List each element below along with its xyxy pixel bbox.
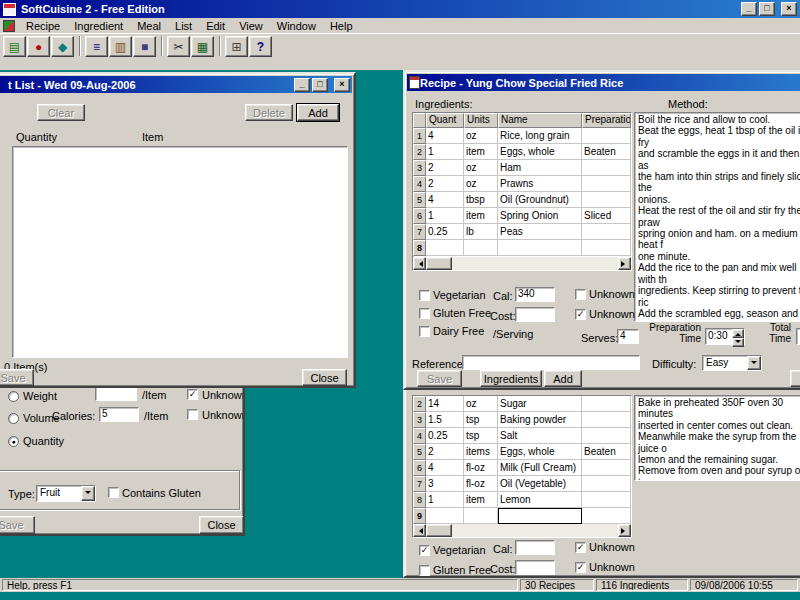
units-cell[interactable]: fl-oz — [464, 460, 498, 476]
prep-header[interactable]: Preparation — [582, 113, 631, 128]
row-number[interactable]: 5 — [413, 444, 426, 460]
units-cell[interactable]: fl-oz — [464, 476, 498, 492]
name-cell[interactable]: Oil (Groundnut) — [498, 192, 582, 208]
list-save-button[interactable]: Save — [0, 369, 34, 386]
list-delete-button[interactable]: Delete — [245, 104, 293, 121]
cost-field-2[interactable] — [515, 560, 555, 575]
prep-cell[interactable] — [582, 476, 631, 492]
menu-item-list[interactable]: List — [168, 19, 199, 33]
recipe-add-button[interactable]: Add — [544, 370, 582, 387]
prep-cell[interactable] — [582, 224, 631, 240]
units-cell[interactable]: tbsp — [464, 192, 498, 208]
menu-item-window[interactable]: Window — [270, 19, 323, 33]
app-close-button[interactable]: × — [781, 2, 797, 16]
calories-field[interactable]: 5 — [99, 407, 139, 422]
cut-button[interactable]: ✂ — [167, 36, 190, 57]
gluten-free-checkbox[interactable] — [419, 308, 430, 319]
list-window-titlebar[interactable]: t List - Wed 09-Aug-2006 _ □ × — [0, 76, 352, 93]
scrollbar-thumb[interactable] — [426, 524, 452, 537]
maximize-button[interactable]: □ — [312, 78, 328, 92]
quantity-cell[interactable]: 4 — [426, 192, 464, 208]
units-cell[interactable]: item — [464, 492, 498, 508]
units-cell[interactable]: oz — [464, 160, 498, 176]
row-number[interactable]: 3 — [413, 412, 426, 428]
prep-cell[interactable] — [582, 128, 631, 144]
prep-time-spinner[interactable]: 0:30 — [705, 328, 745, 345]
row-number[interactable]: 2 — [413, 396, 426, 412]
scroll-left-button[interactable] — [413, 524, 426, 537]
quantity-cell[interactable]: 4 — [426, 460, 464, 476]
units-cell[interactable]: item — [464, 208, 498, 224]
units-cell[interactable]: oz — [464, 128, 498, 144]
total-time-field[interactable] — [796, 328, 800, 345]
new-recipe-button[interactable]: ▤ — [3, 36, 26, 57]
volume-radio[interactable]: ● — [8, 413, 19, 424]
name-cell[interactable]: Sugar — [498, 396, 582, 412]
row-number[interactable]: 2 — [413, 144, 426, 160]
new-meal-button[interactable]: ◆ — [51, 36, 74, 57]
menu-item-meal[interactable]: Meal — [130, 19, 168, 33]
method-textarea[interactable]: Boil the rice and allow to cool. Beat th… — [634, 112, 800, 322]
recipe-window-titlebar[interactable]: Recipe - Yung Chow Special Fried Rice — [407, 74, 800, 91]
dairy-free-checkbox[interactable] — [419, 326, 430, 337]
name-cell[interactable]: Milk (Full Cream) — [498, 460, 582, 476]
name-cell[interactable] — [498, 240, 582, 256]
cal-field-2[interactable] — [515, 540, 555, 555]
row-number[interactable]: 3 — [413, 160, 426, 176]
quantity-cell[interactable]: 0.25 — [426, 224, 464, 240]
prep-cell[interactable] — [582, 160, 631, 176]
quantity-cell[interactable]: 2 — [426, 176, 464, 192]
row-number[interactable]: 8 — [413, 492, 426, 508]
row-number[interactable]: 5 — [413, 192, 426, 208]
quantity-cell[interactable]: 1 — [426, 208, 464, 224]
row-number[interactable]: 1 — [413, 128, 426, 144]
quantity-cell[interactable]: 1 — [426, 492, 464, 508]
ingredient-close-button[interactable]: Close — [199, 516, 244, 534]
quantity-cell[interactable] — [426, 240, 464, 256]
minimize-button[interactable]: _ — [294, 78, 310, 92]
name-header[interactable]: Name — [498, 113, 582, 128]
spin-down-button[interactable] — [732, 338, 744, 347]
cal-unknown-checkbox[interactable] — [575, 289, 586, 300]
name-cell-focused[interactable] — [498, 508, 582, 524]
app-titlebar[interactable]: SoftCuisine 2 - Free Edition _ □ × — [0, 0, 800, 18]
units-cell[interactable] — [464, 508, 498, 524]
name-cell[interactable]: Eggs, whole — [498, 144, 582, 160]
difficulty-dropdown[interactable]: Easy — [702, 355, 762, 371]
open-button[interactable]: ▥ — [109, 36, 132, 57]
menu-item-help[interactable]: Help — [323, 19, 360, 33]
name-cell[interactable]: Peas — [498, 224, 582, 240]
units-cell[interactable]: oz — [464, 176, 498, 192]
units-cell[interactable]: lb — [464, 224, 498, 240]
row-number[interactable]: 4 — [413, 176, 426, 192]
help-button[interactable]: ? — [249, 36, 272, 57]
row-number[interactable]: 7 — [413, 476, 426, 492]
units-cell[interactable]: items — [464, 444, 498, 460]
prep-cell[interactable] — [582, 192, 631, 208]
scrollbar-track[interactable] — [426, 257, 618, 270]
row-number[interactable]: 4 — [413, 428, 426, 444]
prep-cell[interactable] — [582, 508, 631, 524]
scroll-right-button[interactable] — [618, 524, 631, 537]
ingredient-save-button[interactable]: Save — [0, 516, 35, 534]
menu-item-edit[interactable]: Edit — [199, 19, 232, 33]
prep-cell[interactable] — [582, 428, 631, 444]
prep-cell[interactable]: Beaten — [582, 144, 631, 160]
recipe-ingredients-button[interactable]: Ingredients — [480, 370, 542, 387]
quantity-cell[interactable]: 1 — [426, 144, 464, 160]
scrollbar-thumb[interactable] — [426, 257, 452, 270]
prep-cell[interactable]: Sliced — [582, 208, 631, 224]
units-cell[interactable]: oz — [464, 396, 498, 412]
vegetarian-checkbox[interactable] — [419, 290, 430, 301]
scrollbar-track[interactable] — [426, 524, 618, 537]
prep-cell[interactable] — [582, 240, 631, 256]
row-number[interactable]: 7 — [413, 224, 426, 240]
name-cell[interactable]: Rice, long grain — [498, 128, 582, 144]
name-cell[interactable]: Baking powder — [498, 412, 582, 428]
copy-button[interactable]: ▦ — [191, 36, 214, 57]
vegetarian-checkbox-2[interactable]: ✓ — [419, 545, 430, 556]
recipe-categories-button[interactable]: Cat — [790, 370, 800, 387]
menu-item-ingredient[interactable]: Ingredient — [67, 19, 130, 33]
grid-horizontal-scrollbar[interactable] — [413, 257, 631, 270]
cal-unknown-checkbox-2[interactable]: ✓ — [575, 542, 586, 553]
